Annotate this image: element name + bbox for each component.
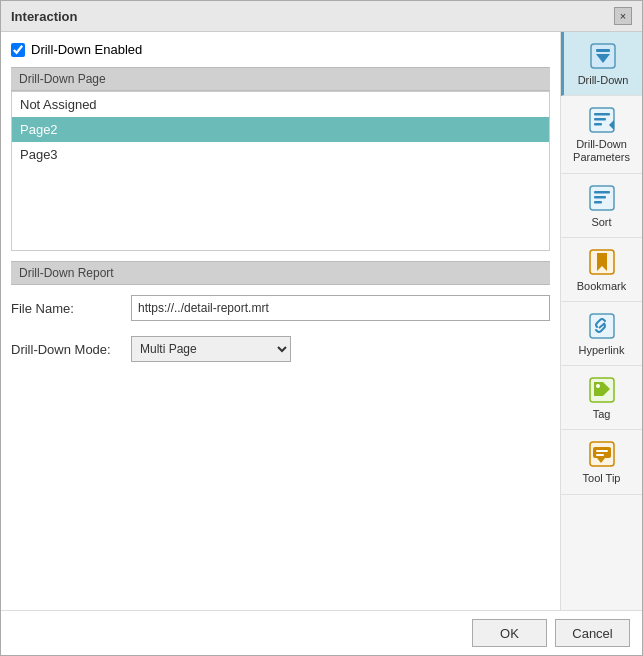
svg-rect-9 — [594, 191, 610, 194]
drilldown-enabled-label: Drill-Down Enabled — [31, 42, 142, 57]
page-list: Not Assigned Page2 Page3 — [11, 91, 550, 251]
page-item-page3[interactable]: Page3 — [12, 142, 549, 167]
drilldown-report-section-header: Drill-Down Report — [11, 261, 550, 285]
interaction-dialog: Interaction × Drill-Down Enabled Drill-D… — [0, 0, 643, 656]
title-bar: Interaction × — [1, 1, 642, 32]
svg-rect-11 — [594, 201, 602, 204]
sidebar-label-drilldown: Drill-Down — [578, 74, 629, 87]
sidebar-label-bookmark: Bookmark — [577, 280, 627, 293]
drilldown-enabled-checkbox[interactable] — [11, 43, 25, 57]
page-item-not-assigned[interactable]: Not Assigned — [12, 92, 549, 117]
file-name-input[interactable] — [131, 295, 550, 321]
cancel-button[interactable]: Cancel — [555, 619, 630, 647]
report-section: File Name: Drill-Down Mode: Multi Page S… — [11, 290, 550, 372]
svg-point-17 — [596, 384, 600, 388]
svg-rect-2 — [596, 49, 610, 52]
drill-down-mode-row: Drill-Down Mode: Multi Page Single Page … — [11, 331, 550, 362]
page-item-page2[interactable]: Page2 — [12, 117, 549, 142]
sidebar-item-tag[interactable]: Tag — [561, 366, 642, 430]
ok-button[interactable]: OK — [472, 619, 547, 647]
drill-down-mode-label: Drill-Down Mode: — [11, 342, 131, 357]
svg-rect-22 — [596, 454, 604, 456]
drilldown-params-icon — [586, 104, 618, 136]
dialog-footer: OK Cancel — [1, 610, 642, 655]
drilldown-icon — [587, 40, 619, 72]
sidebar-item-bookmark[interactable]: Bookmark — [561, 238, 642, 302]
tooltip-icon — [586, 438, 618, 470]
file-name-label: File Name: — [11, 301, 131, 316]
bookmark-icon — [586, 246, 618, 278]
sidebar-label-drilldown-params: Drill-Down Parameters — [565, 138, 638, 164]
tag-icon — [586, 374, 618, 406]
close-button[interactable]: × — [614, 7, 632, 25]
sidebar-item-drilldown[interactable]: Drill-Down — [561, 32, 642, 96]
sidebar-label-sort: Sort — [591, 216, 611, 229]
sidebar-item-sort[interactable]: Sort — [561, 174, 642, 238]
dialog-title: Interaction — [11, 9, 77, 24]
hyperlink-icon — [586, 310, 618, 342]
drilldown-page-section-header: Drill-Down Page — [11, 67, 550, 91]
svg-rect-4 — [594, 113, 610, 116]
sidebar-label-tooltip: Tool Tip — [583, 472, 621, 485]
drill-down-mode-select[interactable]: Multi Page Single Page Modal — [131, 336, 291, 362]
svg-rect-21 — [596, 450, 608, 452]
main-content: Drill-Down Enabled Drill-Down Page Not A… — [1, 32, 560, 610]
sidebar-item-tooltip[interactable]: Tool Tip — [561, 430, 642, 494]
sort-icon — [586, 182, 618, 214]
drilldown-enabled-row: Drill-Down Enabled — [11, 42, 550, 57]
sidebar-label-hyperlink: Hyperlink — [579, 344, 625, 357]
svg-rect-10 — [594, 196, 606, 199]
drill-down-mode-wrapper: Multi Page Single Page Modal — [131, 336, 550, 362]
dialog-body: Drill-Down Enabled Drill-Down Page Not A… — [1, 32, 642, 610]
sidebar: Drill-Down Drill-Down Parameters — [560, 32, 642, 610]
file-name-row: File Name: — [11, 290, 550, 321]
sidebar-item-hyperlink[interactable]: Hyperlink — [561, 302, 642, 366]
sidebar-item-drilldown-params[interactable]: Drill-Down Parameters — [561, 96, 642, 173]
svg-rect-5 — [594, 118, 606, 121]
svg-rect-6 — [594, 123, 602, 126]
svg-rect-19 — [593, 447, 611, 458]
sidebar-label-tag: Tag — [593, 408, 611, 421]
